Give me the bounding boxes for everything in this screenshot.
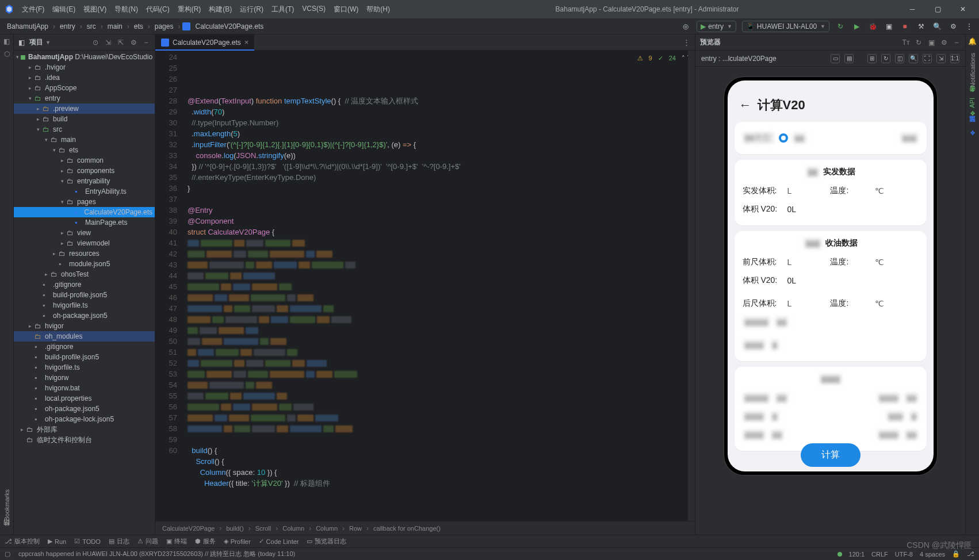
notifications-tab[interactable]: Notifications [968,49,977,91]
tree-node[interactable]: ▸🗀AppScope [14,83,155,93]
tree-node[interactable]: ▪module.json5 [14,259,155,269]
tree-node[interactable]: ▪.gitignore [14,279,155,290]
bottom-tab[interactable]: ☑ TODO [74,538,101,545]
select-opened-icon[interactable]: ⊙ [91,39,100,47]
rotate-icon[interactable]: ↻ [881,54,890,63]
project-panel-title[interactable]: 项目 ▼ [29,37,87,47]
refresh-icon[interactable]: ↻ [835,21,846,32]
grid-icon[interactable]: ⊞ [867,54,877,63]
tree-node[interactable]: ▾🗀entryability [14,176,155,186]
menu-item[interactable]: 工具(T) [268,2,297,17]
tree-node[interactable]: ▪oh-package.json5 [14,310,155,321]
tree-node[interactable]: ▸🗀view [14,228,155,238]
breadcrumb-item[interactable]: CalculateV20Page.ets [193,21,266,32]
hide-icon[interactable]: − [953,39,961,47]
bottom-tab[interactable]: ⬢ 服务 [195,537,216,546]
crop-icon[interactable]: ◫ [895,54,904,63]
sync-icon[interactable]: ◎ [680,21,691,32]
hide-icon[interactable]: − [142,39,150,47]
tree-node[interactable]: ▸🗀build [14,114,155,124]
tree-node[interactable]: ▸🗀.preview [14,103,155,114]
notifications-icon[interactable]: 🔔 [968,37,977,46]
run-config-selector[interactable]: ▶ entry ▼ [697,21,736,32]
expand-all-icon[interactable]: ⇲ [104,39,112,47]
breadcrumb-item[interactable]: pages [152,21,176,32]
menu-item[interactable]: 代码(C) [143,2,173,17]
settings-icon[interactable]: ⚙ [948,21,958,32]
lock-icon[interactable]: 🔒 [952,550,960,558]
project-tool-icon[interactable]: ◧ [2,37,12,46]
editor-inspection[interactable]: ⚠9 ✓24 ˄ ˅ [637,53,690,64]
crumb-item[interactable]: Column [280,524,307,533]
tree-node[interactable]: ▪build-profile.json5 [14,352,155,362]
tree-node[interactable]: ▾🗀pages [14,197,155,207]
project-tree[interactable]: ▾◼BahamutjApp D:\Huawei\DevEcoStudio▸🗀.h… [14,51,155,535]
bookmarks-tab[interactable]: Bookmarks [2,486,12,524]
after-input[interactable] [796,299,825,308]
commit-tool-icon[interactable]: ⬡ [2,49,12,59]
tree-node[interactable]: ▪hvigorw.bat [14,383,155,393]
crumb-item[interactable]: Scroll [253,524,274,533]
font-icon[interactable]: Tт [902,39,910,47]
structure-tab[interactable]: 结构 [1,528,12,535]
breadcrumb-item[interactable]: src [85,21,98,32]
phone-screen[interactable]: ← 计算V20 ▮▮类型: ▮▮ ▮▮▮ ▮▮实发数据 [728,80,934,471]
before-input[interactable] [796,258,825,267]
layers-icon[interactable]: ▤ [844,54,854,63]
tree-node[interactable]: ▾🗀entry [14,93,155,103]
ruler-icon[interactable]: ▭ [831,54,840,63]
tree-node[interactable]: ▪CalculateV20Page.ets [14,207,155,217]
menu-item[interactable]: 导航(N) [111,2,142,17]
build-icon[interactable]: ⚒ [916,21,926,32]
crumb-item[interactable]: callback for onChange() [371,524,443,533]
before-temp-input[interactable] [889,258,918,267]
tree-node[interactable]: ▸🗀viewmodel [14,238,155,248]
crumb-item[interactable]: build() [224,524,246,533]
debug-icon[interactable]: 🐞 [867,21,878,32]
crumb-item[interactable]: CalculateV20Page [160,524,217,533]
bottom-tab[interactable]: ⎇ 版本控制 [5,537,40,546]
close-icon[interactable]: × [244,38,249,47]
zoom-icon[interactable]: 🔍 [909,54,918,63]
tab-menu-icon[interactable]: ⋮ [683,38,690,47]
menu-item[interactable]: 帮助(H) [363,2,393,17]
tree-node[interactable]: ▪MainPage.ets [14,217,155,228]
minimize-button[interactable]: ─ [901,1,924,17]
caret-position[interactable]: 120:1 [849,551,865,558]
bottom-tab[interactable]: ◈ Profiler [224,538,251,545]
more-icon[interactable]: ⋮ [964,21,974,32]
tree-node[interactable]: ▾🗀ets [14,145,155,155]
tree-node[interactable]: ▪hvigorw [14,373,155,383]
bottom-tab[interactable]: ▭ 预览器日志 [307,537,346,546]
breadcrumb-item[interactable]: BahamutjApp [5,21,51,32]
tree-node[interactable]: ▾🗀src [14,124,155,135]
tree-node[interactable]: ▸🗀ohosTest [14,269,155,279]
bottom-tab[interactable]: ▣ 终端 [166,537,187,546]
tree-node[interactable]: ▪hvigorfile.ts [14,362,155,373]
menu-item[interactable]: 视图(V) [80,2,110,17]
bottom-tab[interactable]: ⚠ 问题 [137,537,158,546]
status-left-icon[interactable]: ▢ [5,550,10,558]
bottom-tab[interactable]: ✓ Code Linter [259,538,299,545]
expand-icon[interactable]: ⛶ [923,54,932,63]
code-area[interactable]: ⚠9 ✓24 ˄ ˅ @Extend(TextInput) function t… [183,51,695,521]
settings-icon[interactable]: ⚙ [129,39,137,47]
tree-node[interactable]: ▪local.properties [14,393,155,404]
file-encoding[interactable]: UTF-8 [895,551,913,558]
refresh-icon[interactable]: ↻ [915,39,923,47]
ratio-icon[interactable]: 1:1 [950,54,959,63]
tree-node[interactable]: ▪build-profile.json5 [14,290,155,300]
tree-node[interactable]: ▸🗀components [14,166,155,176]
tree-node[interactable]: 🗀oh_modules [14,331,155,342]
profiler-icon[interactable]: ▣ [884,21,894,32]
volume-input[interactable] [796,186,825,195]
crumb-item[interactable]: Row [347,524,364,533]
menu-item[interactable]: 构建(B) [205,2,235,17]
tree-node[interactable]: ▪oh-package.json5 [14,404,155,414]
indent-setting[interactable]: 4 spaces [920,551,945,558]
bottom-tab[interactable]: ▤ 日志 [109,537,129,546]
breadcrumb-item[interactable]: ets [132,21,146,32]
tree-node[interactable]: ▪.gitignore [14,342,155,352]
api-tab[interactable]: ❖ API参考 [967,94,978,120]
line-ending[interactable]: CRLF [871,551,888,558]
